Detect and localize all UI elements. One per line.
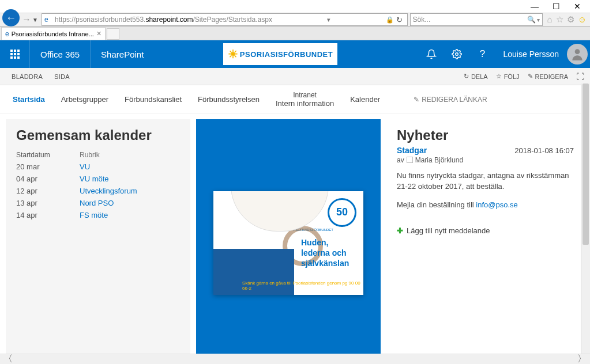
svg-point-1 (575, 49, 580, 54)
focus-button[interactable]: ⛶ (576, 72, 584, 81)
back-button[interactable]: ← (2, 9, 20, 26)
news-panel: Nyheter Stadgar 2018-01-08 16:07 av Mari… (386, 119, 584, 364)
calendar-row: 12 apr Utvecklingsforum (16, 185, 180, 197)
cal-date: 12 apr (16, 187, 80, 195)
calendar-col-date: Startdatum (16, 151, 80, 159)
news-body: Nu finns nytryckta stadgar, antagna av r… (397, 170, 574, 211)
gear-icon (452, 49, 462, 59)
nav-forbundsstyrelsen[interactable]: Förbundsstyrelsen (198, 95, 260, 104)
cal-event-link[interactable]: VU (80, 162, 90, 171)
nav-dropdown-icon[interactable]: ▾ (324, 16, 330, 24)
news-item-date: 2018-01-08 16:07 (514, 146, 574, 155)
cal-event-link[interactable]: VU möte (80, 175, 109, 183)
site-logo[interactable]: ☀ PSORIASISFÖRBUNDET (223, 43, 337, 65)
minimize-button[interactable]: — (531, 2, 539, 11)
address-bar[interactable]: e https://psoriasisforbundet553.sharepoi… (42, 13, 408, 26)
horizontal-scrollbar[interactable]: 〈 〉 (0, 354, 590, 364)
share-icon: ↻ (464, 73, 469, 80)
anniversary-badge: 50 (328, 198, 356, 227)
nav-intern-information[interactable]: Intranet Intern information (276, 91, 334, 108)
cal-date: 04 apr (16, 175, 80, 183)
nav-history-dropdown[interactable]: ▼ (32, 17, 40, 23)
plus-icon: ✚ (397, 226, 403, 235)
url-host: sharepoint.com (145, 16, 193, 24)
page-content: Gemensam kalender Startdatum Rubrik 20 m… (0, 113, 590, 364)
url-prefix: https://psoriasisforbundet553. (55, 16, 145, 24)
nav-forbundskansliet[interactable]: Förbundskansliet (125, 95, 182, 104)
user-name[interactable]: Louise Persson (495, 50, 567, 59)
new-tab-button[interactable] (107, 28, 119, 40)
nav-startsida[interactable]: Startsida (13, 95, 45, 104)
ie-icon: e (5, 30, 9, 38)
browser-toolbar: ← → ▼ e https://psoriasisforbundet553.sh… (0, 13, 590, 26)
nav-kalender[interactable]: Kalender (350, 95, 380, 104)
email-link[interactable]: info@pso.se (476, 200, 517, 209)
cal-event-link[interactable]: FS möte (80, 211, 108, 219)
cal-event-link[interactable]: Nord PSO (80, 199, 114, 207)
browser-tab[interactable]: e Psoriasisförbundets Intrane... ✕ (1, 27, 106, 40)
promo-headline: Huden, lederna och självkänslan (301, 237, 359, 269)
tools-icon[interactable]: ⚙ (567, 14, 574, 25)
waffle-icon (10, 50, 20, 59)
url-path: /SitePages/Startsida.aspx (193, 16, 272, 24)
refresh-button[interactable]: ↻ (394, 16, 405, 24)
cal-event-link[interactable]: Utvecklingsforum (80, 187, 137, 195)
cal-date: 14 apr (16, 211, 80, 219)
svg-point-0 (456, 53, 459, 56)
cal-date: 20 mar (16, 162, 80, 171)
promo-panel: 50 PSORIASISFÖRBUNDET Huden, lederna och… (196, 119, 381, 364)
lock-icon: 🔒 (382, 16, 394, 24)
browser-tab-strip: e Psoriasisförbundets Intrane... ✕ (0, 26, 590, 40)
tab-title: Psoriasisförbundets Intrane... (12, 31, 94, 37)
scroll-right-icon[interactable]: 〉 (577, 353, 587, 364)
window-controls: — ☐ ✕ (0, 0, 590, 13)
search-placeholder: Sök... (413, 16, 431, 24)
notifications-button[interactable] (419, 40, 444, 68)
favorites-icon[interactable]: ☆ (556, 14, 563, 25)
forward-button[interactable]: → (21, 14, 32, 25)
home-icon[interactable]: ⌂ (547, 14, 553, 25)
vertical-scrollbar[interactable] (581, 84, 590, 354)
ribbon-tab-browse[interactable]: BLÄDDRA (6, 73, 48, 80)
promo-image[interactable]: 50 PSORIASISFÖRBUNDET Huden, lederna och… (213, 191, 363, 295)
share-button[interactable]: ↻DELA (464, 73, 488, 80)
app-launcher-button[interactable] (0, 40, 30, 68)
suite-bar: Office 365 SharePoint ☀ PSORIASISFÖRBUND… (0, 40, 590, 68)
star-icon: ☆ (496, 73, 502, 80)
settings-button[interactable] (444, 40, 469, 68)
maximize-button[interactable]: ☐ (553, 2, 560, 11)
news-item-title[interactable]: Stadgar (397, 146, 427, 155)
calendar-title: Gemensam kalender (16, 127, 180, 143)
close-button[interactable]: ✕ (574, 2, 581, 11)
scroll-thumb[interactable] (583, 84, 589, 245)
browser-search-input[interactable]: Sök... 🔍 ▾ (410, 13, 543, 26)
scroll-left-icon[interactable]: 〈 (3, 353, 13, 364)
ribbon-tab-page[interactable]: SIDA (48, 73, 76, 80)
feedback-icon[interactable]: ☺ (578, 14, 587, 25)
person-icon (570, 47, 585, 62)
nav-arbetsgrupper[interactable]: Arbetsgrupper (61, 95, 108, 104)
calendar-row: 13 apr Nord PSO (16, 197, 180, 209)
calendar-row: 14 apr FS möte (16, 209, 180, 221)
search-dropdown-icon[interactable]: ▾ (536, 17, 540, 23)
sharepoint-link[interactable]: SharePoint (91, 50, 154, 59)
promo-donate-text: Skänk gärna en gåva till Psoriasisfonden… (242, 280, 363, 291)
edit-button[interactable]: ✎REDIGERA (528, 73, 568, 80)
add-announcement-button[interactable]: ✚ Lägg till nytt meddelande (397, 226, 574, 235)
news-author[interactable]: Maria Björklund (415, 156, 463, 164)
calendar-col-heading: Rubrik (80, 151, 100, 159)
search-icon[interactable]: 🔍 (527, 16, 536, 24)
calendar-row: 04 apr VU möte (16, 173, 180, 185)
edit-nav-links-button[interactable]: ✎ REDIGERA LÄNKAR (414, 96, 487, 104)
help-button[interactable]: ? (469, 40, 495, 68)
close-tab-icon[interactable]: ✕ (96, 30, 102, 37)
bell-icon (426, 49, 437, 59)
calendar-row: 20 mar VU (16, 161, 180, 173)
brand-text: PSORIASISFÖRBUNDET (240, 50, 333, 59)
user-avatar[interactable] (567, 44, 588, 65)
office365-link[interactable]: Office 365 (30, 40, 91, 68)
follow-button[interactable]: ☆FÖLJ (496, 73, 520, 80)
site-top-nav: Startsida Arbetsgrupper Förbundskansliet… (0, 85, 590, 113)
calendar-panel: Gemensam kalender Startdatum Rubrik 20 m… (6, 119, 190, 364)
author-presence-icon (407, 157, 413, 163)
